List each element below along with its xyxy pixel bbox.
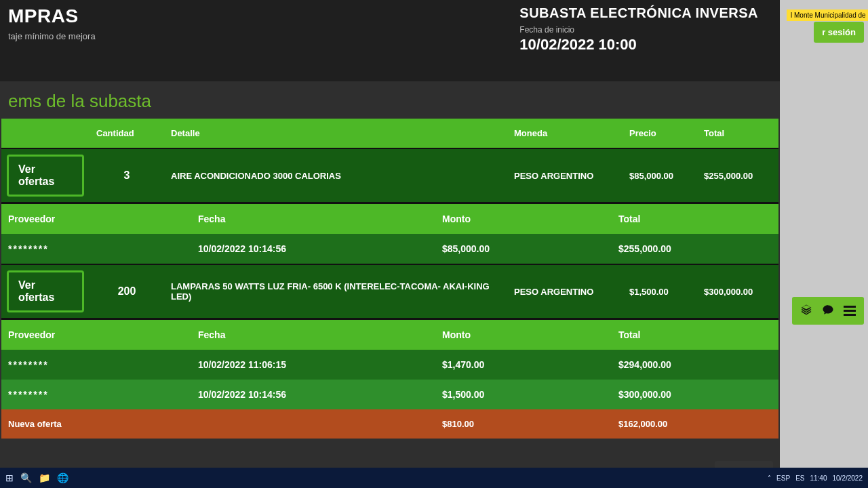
browser-icon[interactable]: 🌐 xyxy=(57,472,68,483)
offer-total: $294,000.00 xyxy=(612,350,778,380)
ver-ofertas-button[interactable]: Ver ofertas xyxy=(7,155,84,197)
tray-chevron-icon[interactable]: ˄ xyxy=(768,474,771,482)
improvement-label: taje mínimo de mejora xyxy=(8,31,96,41)
item-row: Ver ofertas 3 AIRE ACONDICIONADO 3000 CA… xyxy=(1,148,778,202)
items-panel: Cantidad Detalle Moneda Precio Total Ver… xyxy=(0,119,780,479)
offer-row: ******** 10/02/2022 10:14:56 $85,000.00 … xyxy=(1,234,778,264)
col-detalle: Detalle xyxy=(164,119,507,148)
item-total: $255,000.00 xyxy=(697,161,778,190)
item-detalle: AIRE ACONDICIONADO 3000 CALORIAS xyxy=(164,161,507,190)
nueva-oferta-total: $162,000.00 xyxy=(612,409,778,439)
offer-fecha: 10/02/2022 10:14:56 xyxy=(191,380,435,409)
app-viewport: MPRAS taje mínimo de mejora SUBASTA ELEC… xyxy=(0,0,780,488)
taskbar-lang[interactable]: ESP xyxy=(776,474,790,482)
offer-fecha: 10/02/2022 10:14:56 xyxy=(191,234,435,264)
start-date-value: 10/02/2022 10:00 xyxy=(519,36,758,54)
col-total: Total xyxy=(612,320,778,350)
offers-header-row: Proveedor Fecha Monto Total xyxy=(1,318,778,350)
col-proveedor: Proveedor xyxy=(1,204,191,234)
col-total: Total xyxy=(697,119,778,148)
start-date-label: Fecha de inicio xyxy=(519,25,758,35)
offer-fecha: 10/02/2022 11:06:15 xyxy=(191,350,435,380)
ver-ofertas-button[interactable]: Ver ofertas xyxy=(7,270,84,312)
side-toolbar xyxy=(792,297,864,325)
search-icon[interactable]: 🔍 xyxy=(20,472,32,483)
items-header-row: Cantidad Detalle Moneda Precio Total xyxy=(1,119,778,148)
offer-row: ******** 10/02/2022 10:14:56 $1,500.00 $… xyxy=(1,380,778,409)
col-total: Total xyxy=(612,204,778,234)
windows-taskbar[interactable]: ⊞ 🔍 📁 🌐 ˄ ESP ES 11:40 10/2/2022 xyxy=(0,468,868,488)
col-cantidad: Cantidad xyxy=(90,119,164,148)
item-cantidad: 200 xyxy=(90,276,164,307)
layers-icon[interactable] xyxy=(800,304,812,318)
offer-proveedor: ******** xyxy=(1,380,191,409)
item-total: $300,000.00 xyxy=(697,277,778,306)
menu-icon[interactable] xyxy=(844,304,856,318)
offers-header-row: Proveedor Fecha Monto Total xyxy=(1,202,778,234)
col-moneda: Moneda xyxy=(507,119,623,148)
item-precio: $1,500.00 xyxy=(623,277,697,306)
col-fecha: Fecha xyxy=(191,320,435,350)
nueva-oferta-row[interactable]: Nueva oferta $810.00 $162,000.00 xyxy=(1,409,778,439)
item-moneda: PESO ARGENTINO xyxy=(507,161,623,190)
col-precio: Precio xyxy=(623,119,697,148)
offer-monto: $1,470.00 xyxy=(435,350,612,380)
right-chrome: l Monte Municipalidad de Capil r sesión xyxy=(780,0,868,488)
col-proveedor: Proveedor xyxy=(1,320,191,350)
offer-proveedor: ******** xyxy=(1,234,191,264)
chat-icon[interactable] xyxy=(822,304,834,318)
offer-total: $300,000.00 xyxy=(612,380,778,409)
taskbar-kbd[interactable]: ES xyxy=(795,474,804,482)
explorer-icon[interactable]: 📁 xyxy=(39,472,50,483)
session-button[interactable]: r sesión xyxy=(814,22,864,43)
top-bar: MPRAS taje mínimo de mejora SUBASTA ELEC… xyxy=(0,0,780,81)
item-detalle: LAMPARAS 50 WATTS LUZ FRIA- 6500 K (INTE… xyxy=(164,272,507,311)
col-fecha: Fecha xyxy=(191,204,435,234)
item-precio: $85,000.00 xyxy=(623,161,697,190)
browser-tab[interactable]: l Monte Municipalidad de Capil xyxy=(787,9,868,21)
section-title: ems de la subasta xyxy=(0,81,780,119)
start-icon[interactable]: ⊞ xyxy=(5,472,14,483)
item-row: Ver ofertas 200 LAMPARAS 50 WATTS LUZ FR… xyxy=(1,264,778,318)
col-monto: Monto xyxy=(435,320,612,350)
item-cantidad: 3 xyxy=(90,160,164,191)
nueva-oferta-monto: $810.00 xyxy=(435,409,612,439)
offer-total: $255,000.00 xyxy=(612,234,778,264)
offer-monto: $85,000.00 xyxy=(435,234,612,264)
offer-row: ******** 10/02/2022 11:06:15 $1,470.00 $… xyxy=(1,350,778,380)
offer-monto: $1,500.00 xyxy=(435,380,612,409)
col-monto: Monto xyxy=(435,204,612,234)
taskbar-time: 11:40 xyxy=(810,474,827,482)
nueva-oferta-label: Nueva oferta xyxy=(1,409,191,439)
offer-proveedor: ******** xyxy=(1,350,191,380)
taskbar-date: 10/2/2022 xyxy=(833,474,863,482)
page-title: MPRAS xyxy=(8,5,96,27)
item-moneda: PESO ARGENTINO xyxy=(507,277,623,306)
auction-type: SUBASTA ELECTRÓNICA INVERSA xyxy=(519,5,758,21)
